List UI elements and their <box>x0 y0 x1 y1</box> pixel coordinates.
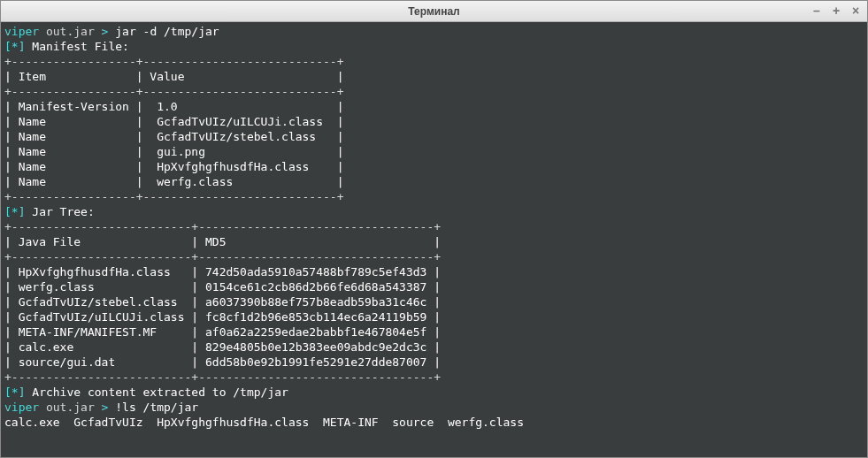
section-label: Archive content extracted to /tmp/jar <box>25 385 288 399</box>
window-title: Терминал <box>1 5 867 18</box>
section-marker: [*] <box>4 40 25 53</box>
command-text: jar -d /tmp/jar <box>108 25 219 38</box>
window-controls: – + × <box>809 3 864 19</box>
table-row: | Manifest-Version | 1.0 | <box>4 100 344 113</box>
table-row: | Name | GcfadTvUIz/uILCUJi.class | <box>4 115 344 128</box>
prompt-user: viper <box>4 401 39 414</box>
table-row: | GcfadTvUIz/stebel.class | a6037390b88e… <box>4 295 441 309</box>
table-row: | source/gui.dat | 6dd58b0e92b1991fe5291… <box>4 355 441 369</box>
terminal-body[interactable]: viper out.jar > jar -d /tmp/jar [*] Mani… <box>1 22 867 457</box>
table-row: | Name | GcfadTvUIz/stebel.class | <box>4 130 344 143</box>
ls-output: calc.exe GcfadTvUIz HpXvfghgfhusdfHa.cla… <box>4 416 524 429</box>
prompt-user: viper <box>4 25 39 38</box>
section-marker: [*] <box>4 385 25 399</box>
table-border: +--------------------------+------------… <box>4 250 441 263</box>
section-label: Manifest File: <box>25 40 128 53</box>
terminal-window: Терминал – + × viper out.jar > jar -d /t… <box>0 0 868 458</box>
prompt-context: out.jar <box>39 25 101 38</box>
maximize-button[interactable]: + <box>828 3 844 19</box>
minimize-button[interactable]: – <box>809 3 825 19</box>
table-border: +--------------------------+------------… <box>4 220 441 233</box>
table-border: +------------------+--------------------… <box>4 85 344 98</box>
table-header: | Item | Value | <box>4 70 344 83</box>
section-marker: [*] <box>4 205 25 218</box>
command-text: !ls /tmp/jar <box>108 401 198 414</box>
table-row: | Name | HpXvfghgfhusdfHa.class | <box>4 160 344 173</box>
table-row: | GcfadTvUIz/uILCUJi.class | fc8cf1d2b96… <box>4 310 441 324</box>
table-border: +------------------+--------------------… <box>4 55 344 68</box>
table-border: +--------------------------+------------… <box>4 370 441 384</box>
table-row: | HpXvfghgfhusdfHa.class | 742d50ada5910… <box>4 265 441 279</box>
table-row: | werfg.class | 0154ce61c2cb86d2b66fe6d6… <box>4 280 441 294</box>
titlebar[interactable]: Терминал – + × <box>1 1 867 22</box>
table-header: | Java File | MD5 | <box>4 235 441 248</box>
section-label: Jar Tree: <box>25 205 94 218</box>
table-row: | Name | werfg.class | <box>4 175 344 188</box>
table-row: | calc.exe | 829e4805b0e12b383ee09abdc9e… <box>4 340 441 354</box>
table-row: | Name | gui.png | <box>4 145 344 158</box>
close-button[interactable]: × <box>848 3 864 19</box>
table-border: +------------------+--------------------… <box>4 190 344 203</box>
prompt-context: out.jar <box>39 401 101 414</box>
table-row: | META-INF/MANIFEST.MF | af0a62a2259edae… <box>4 325 441 339</box>
